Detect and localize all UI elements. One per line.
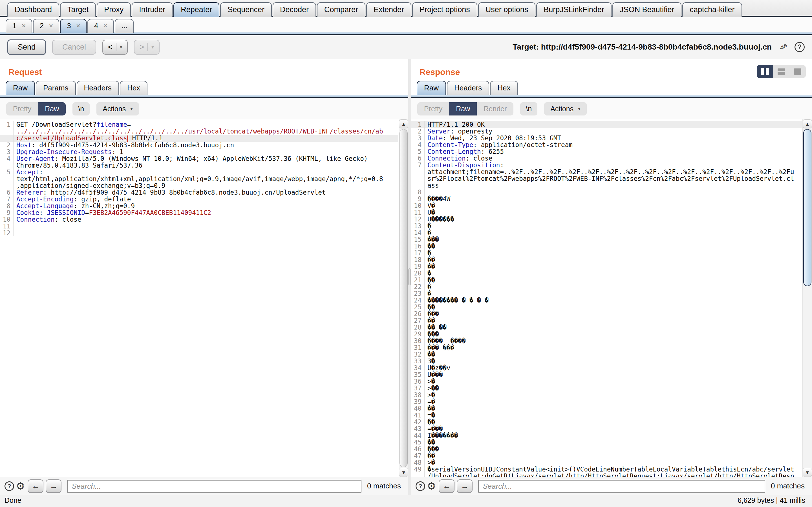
code-line: 48>� <box>411 459 802 466</box>
response-tab-hex[interactable]: Hex <box>490 81 518 95</box>
response-scrollbar[interactable]: ▲ ▼ <box>802 119 812 477</box>
response-search-input[interactable] <box>478 480 765 493</box>
layout-side-by-side-button[interactable] <box>757 65 773 78</box>
response-tab-headers[interactable]: Headers <box>447 81 489 95</box>
close-tab-icon[interactable]: × <box>49 21 53 30</box>
column-icon <box>761 68 764 75</box>
response-editor[interactable]: 1HTTP/1.1 200 OK2Server: openresty3Date:… <box>411 119 812 477</box>
line-text: Content-Type: application/octet-stream <box>424 142 573 148</box>
main-tabbar-sequencer[interactable]: Sequencer <box>220 2 272 17</box>
line-text: >� <box>424 459 435 466</box>
scroll-down-icon[interactable]: ▼ <box>803 468 812 477</box>
newline-toggle-button[interactable]: \n <box>520 102 538 115</box>
search-help-icon[interactable]: ? <box>416 482 425 491</box>
raw-button[interactable]: Raw <box>38 102 66 115</box>
search-settings-gear-icon[interactable]: ⚙ <box>16 481 25 491</box>
close-tab-icon[interactable]: × <box>76 21 80 30</box>
line-number: 1 <box>0 121 13 128</box>
scroll-up-icon[interactable]: ▲ <box>803 119 812 128</box>
code-line: 18�� <box>411 256 802 263</box>
main-tabbar-decoder[interactable]: Decoder <box>273 2 316 17</box>
session-4[interactable]: 4× <box>87 19 114 33</box>
close-tab-icon[interactable]: × <box>21 21 26 30</box>
main-tabbar-comparer[interactable]: Comparer <box>317 2 365 17</box>
code-line: 8Accept-Language: zh-CN,zh;q=0.9 <box>0 203 398 209</box>
search-settings-gear-icon[interactable]: ⚙ <box>427 481 436 491</box>
code-line: c/servlet/UploadServlet.class HTTP/1.1 <box>0 135 398 142</box>
main-tabbar-extender[interactable]: Extender <box>366 2 411 17</box>
main-tabbar-proxy[interactable]: Proxy <box>97 2 131 17</box>
request-search-input[interactable] <box>67 480 361 493</box>
search-prev-button[interactable]: ← <box>439 480 455 493</box>
raw-button[interactable]: Raw <box>449 102 477 115</box>
line-number: 10 <box>411 202 424 209</box>
code-line: 2Host: d4f5f909-d475-4214-9b83-8b0b4cfab… <box>0 142 398 149</box>
line-number: 47 <box>411 452 424 459</box>
request-editor[interactable]: 1GET /DownloadServlet?filename=../../../… <box>0 119 408 477</box>
line-text: �� <box>424 405 435 412</box>
session-3[interactable]: 3× <box>60 19 87 33</box>
divider-grip[interactable] <box>408 269 411 285</box>
pretty-button[interactable]: Pretty <box>417 102 449 115</box>
request-tab-raw[interactable]: Raw <box>6 81 35 95</box>
layout-combined-button[interactable] <box>790 65 806 78</box>
search-help-icon[interactable]: ? <box>4 482 14 491</box>
main-tabbar-json-beautifier[interactable]: JSON Beautifier <box>612 2 682 17</box>
code-line: 35U��� <box>411 371 802 378</box>
edit-target-icon[interactable]: ✎ <box>778 41 789 53</box>
help-icon[interactable]: ? <box>795 42 805 52</box>
request-tab-params[interactable]: Params <box>36 81 76 95</box>
prev-request-button[interactable]: < ▾ <box>102 40 128 55</box>
code-line: 31��� ��� <box>411 344 802 351</box>
main-tabbar-captcha-killer[interactable]: captcha-killer <box>682 2 742 17</box>
send-button[interactable]: Send <box>7 40 46 55</box>
search-next-button[interactable]: → <box>457 480 472 493</box>
session-2[interactable]: 2× <box>33 19 59 33</box>
code-line: 27�� <box>411 317 802 324</box>
scroll-up-icon[interactable]: ▲ <box>399 119 408 128</box>
request-scrollbar[interactable]: ▲ ▼ <box>399 119 408 477</box>
tab-label: Hex <box>127 83 140 92</box>
session-1[interactable]: 1× <box>6 19 32 33</box>
line-number: 6 <box>0 189 13 196</box>
main-tabbar-burpjslinkfinder[interactable]: BurpJSLinkFinder <box>536 2 612 17</box>
code-line: 5Content-Length: 6255 <box>411 148 802 155</box>
panel-divider[interactable] <box>408 59 411 495</box>
request-tab-hex[interactable]: Hex <box>120 81 147 95</box>
newline-toggle-button[interactable]: \n <box>72 102 90 115</box>
line-text: Host: d4f5f909-d475-4214-9b83-8b0b4cfab6… <box>13 142 234 149</box>
layout-stacked-button[interactable] <box>773 65 790 78</box>
render-button[interactable]: Render <box>477 102 513 115</box>
line-number: 12 <box>0 230 13 236</box>
cancel-button[interactable]: Cancel <box>52 40 96 55</box>
request-actions-button[interactable]: Actions ▾ <box>96 102 139 115</box>
tab-label: 1 <box>12 21 16 30</box>
line-number: 29 <box>411 331 424 337</box>
line-text: I������� <box>424 432 458 439</box>
search-prev-button[interactable]: ← <box>28 480 43 493</box>
main-tabbar-user-options[interactable]: User options <box>478 2 536 17</box>
close-tab-icon[interactable]: × <box>103 21 107 30</box>
main-tabbar-target[interactable]: Target <box>60 2 96 17</box>
pretty-button[interactable]: Pretty <box>6 102 38 115</box>
request-tabbar: RawParamsHeadersHex <box>0 81 408 95</box>
request-tab-headers[interactable]: Headers <box>77 81 119 95</box>
main-tabbar-intruder[interactable]: Intruder <box>132 2 172 17</box>
search-next-button[interactable]: → <box>46 480 61 493</box>
code-line: 19�� <box>411 263 802 270</box>
next-request-button[interactable]: > ▾ <box>134 40 159 55</box>
scroll-down-icon[interactable]: ▼ <box>399 468 408 477</box>
line-number: 13 <box>411 223 424 229</box>
line-text <box>13 230 16 236</box>
response-tab-raw[interactable]: Raw <box>417 81 446 95</box>
main-tabbar-dashboard[interactable]: Dashboard <box>7 2 59 17</box>
session-tab[interactable]: ... <box>115 19 134 33</box>
response-actions-button[interactable]: Actions ▾ <box>544 102 587 115</box>
tab-label: Raw <box>424 83 439 92</box>
line-text: Content-Length: 6255 <box>424 148 504 155</box>
main-tabbar-repeater[interactable]: Repeater <box>173 2 219 17</box>
response-scroll-thumb[interactable] <box>803 129 811 286</box>
request-scroll-thumb[interactable] <box>400 129 408 467</box>
code-line: 44I������� <box>411 432 802 439</box>
main-tabbar-project-options[interactable]: Project options <box>412 2 477 17</box>
